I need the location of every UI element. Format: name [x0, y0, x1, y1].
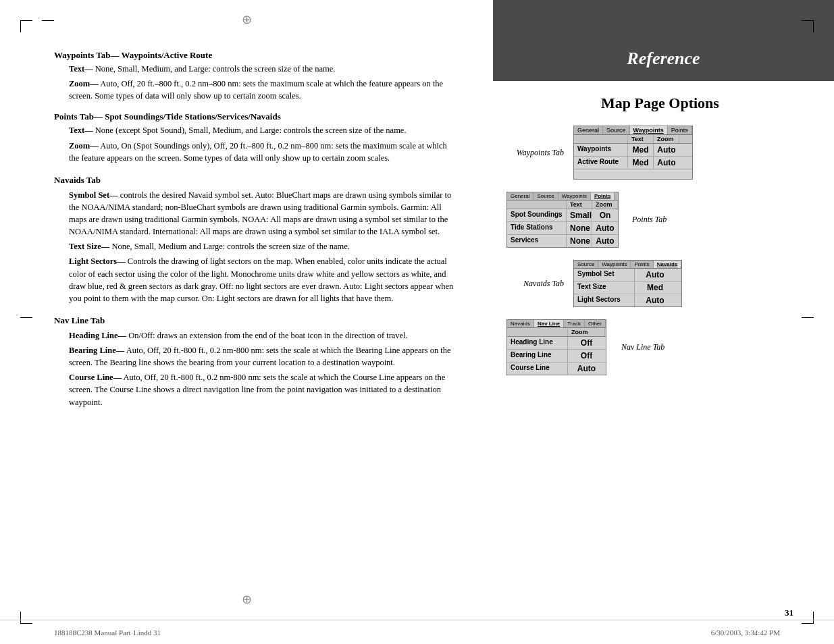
- tab-general2: General: [507, 192, 533, 200]
- register-mark-bottom: ⊕: [242, 592, 252, 607]
- tab-waypoints2: Waypoints: [558, 192, 591, 200]
- points-tab-screenshot: General Source Waypoints Points Text Zoo…: [506, 192, 619, 248]
- points-zoom-item: Zoom— Auto, On (Spot Soundings only), Of…: [54, 140, 459, 164]
- map-page-options-title: Map Page Options: [506, 95, 814, 112]
- waypoints-tab-screenshot-block: Waypoints Tab General Source Waypoints P…: [506, 126, 814, 180]
- navaids-tab-screenshot-block: Navaids Tab Source Waypoints Points Nava…: [506, 260, 814, 307]
- col-text: Text: [628, 135, 654, 143]
- reference-header: Reference: [493, 0, 834, 81]
- wpt-name-waypoints: Waypoints: [574, 144, 628, 156]
- waypoints-tab-tabs: General Source Waypoints Points: [574, 126, 692, 135]
- nav-row-symbolset: Symbol Set Auto: [574, 269, 681, 281]
- navaids-tab-section: Navaids Tab Symbol Set— controls the des…: [54, 175, 459, 304]
- navaids-textsize-item: Text Size— None, Small, Medium and Large…: [54, 240, 459, 252]
- wpt-zoom-waypoints: Auto: [654, 144, 679, 156]
- right-column: Reference Map Page Options Waypoints Tab…: [493, 0, 834, 644]
- waypoints-text-item: Text— None, Small, Medium, and Large: co…: [54, 63, 459, 75]
- nl-row-bearing: Bearing Line Off: [507, 350, 606, 363]
- tab-waypoints3: Waypoints: [598, 261, 631, 268]
- wpt-empty-cell: [574, 169, 679, 179]
- nav-name-textsize: Text Size: [574, 281, 635, 294]
- pts-name-services: Services: [507, 235, 567, 247]
- nl-name-course: Course Line: [507, 363, 568, 375]
- navaids-tab-label: Navaids Tab: [506, 279, 564, 289]
- pts-zoom-spot: On: [592, 209, 618, 221]
- nl-row-heading: Heading Line Off: [507, 337, 606, 350]
- tab-waypoints: Waypoints: [630, 126, 668, 134]
- nav-name-symbolset: Symbol Set: [574, 269, 635, 281]
- nl-name-bearing: Bearing Line: [507, 350, 568, 362]
- pts-text-spot: Small: [567, 209, 592, 221]
- pts-text-tide: None: [567, 222, 592, 234]
- pts-name-spot: Spot Soundings: [507, 209, 567, 221]
- tab-track: Track: [564, 320, 585, 327]
- page-number: 31: [785, 608, 793, 618]
- register-mark-top: ⊕: [242, 12, 252, 27]
- waypoints-zoom-item: Zoom— Auto, Off, 20 ft.–800 ft., 0.2 nm–…: [54, 78, 459, 102]
- nav-course-line-item: Course Line— Auto, Off, 20 ft.-800 ft., …: [54, 371, 459, 408]
- tab-source3: Source: [574, 261, 598, 268]
- nav-line-tab-tabs: Navaids Nav Line Track Other: [507, 320, 606, 328]
- tab-source: Source: [603, 126, 630, 134]
- right-content: Map Page Options Waypoints Tab General S…: [493, 81, 834, 401]
- tab-source2: Source: [533, 192, 558, 200]
- waypoints-tab-label: Waypoints Tab: [506, 148, 564, 158]
- nl-value-course: Auto: [568, 363, 605, 375]
- nl-name-heading: Heading Line: [507, 337, 568, 349]
- pts-zoom-services: Auto: [592, 235, 618, 247]
- points-tab-section: Points Tab— Spot Soundings/Tide Stations…: [54, 111, 459, 163]
- pts-row-services: Services None Auto: [507, 235, 618, 247]
- pts-row-tide: Tide Stations None Auto: [507, 222, 618, 235]
- wpt-empty-row: [574, 169, 692, 179]
- points-tab-heading: Points Tab— Spot Soundings/Tide Stations…: [54, 111, 459, 122]
- pts-name-tide: Tide Stations: [507, 222, 567, 234]
- waypoints-tab-screenshot: General Source Waypoints Points Text Zoo…: [573, 126, 693, 180]
- points-tab-screenshot-block: General Source Waypoints Points Text Zoo…: [506, 192, 814, 248]
- nl-col-zoom: Zoom: [568, 328, 605, 336]
- navaids-tab-tabs: Source Waypoints Points Navaids: [574, 261, 681, 269]
- bottom-right-text: 6/30/2003, 3:34:42 PM: [711, 628, 780, 637]
- nav-value-textsize: Med: [635, 281, 675, 294]
- navaids-lightsectors-item: Light Sectors— Controls the drawing of l…: [54, 255, 459, 304]
- navaids-tab-heading: Navaids Tab: [54, 175, 459, 186]
- col-zoom: Zoom: [654, 135, 679, 143]
- wpt-zoom-activeroute: Auto: [654, 157, 679, 169]
- nav-value-symbolset: Auto: [635, 269, 675, 281]
- left-column: ⊕ Waypoints Tab— Waypoints/Active Route …: [0, 0, 493, 644]
- pts-text-services: None: [567, 235, 592, 247]
- nl-col-name: [507, 328, 568, 336]
- wpt-row-activeroute: Active Route Med Auto: [574, 157, 692, 169]
- points-tab-label: Points Tab: [632, 215, 689, 225]
- nav-row-lightsectors: Light Sectors Auto: [574, 294, 681, 306]
- nl-value-bearing: Off: [568, 350, 605, 362]
- bottom-bar: 188188C238 Manual Part 1.indd 31 6/30/20…: [0, 620, 834, 644]
- bottom-left-text: 188188C238 Manual Part 1.indd 31: [54, 628, 161, 637]
- nav-line-tab-screenshot: Navaids Nav Line Track Other Zoom Headin…: [506, 319, 606, 375]
- nav-heading-line-item: Heading Line— On/Off: draws an extension…: [54, 329, 459, 342]
- nl-value-heading: Off: [568, 337, 605, 349]
- navaids-tab-screenshot: Source Waypoints Points Navaids Symbol S…: [573, 260, 682, 307]
- page: ⊕ Waypoints Tab— Waypoints/Active Route …: [0, 0, 834, 644]
- wpt-text-waypoints: Med: [628, 144, 654, 156]
- points-text-item: Text— None (except Spot Sound), Small, M…: [54, 124, 459, 136]
- wpt-text-activeroute: Med: [628, 157, 654, 169]
- nav-line-tab-screenshot-block: Navaids Nav Line Track Other Zoom Headin…: [506, 319, 814, 375]
- waypoints-tab-heading: Waypoints Tab— Waypoints/Active Route: [54, 50, 459, 61]
- tab-navline: Nav Line: [534, 320, 564, 327]
- tab-other: Other: [585, 320, 606, 327]
- nl-row-course: Course Line Auto: [507, 363, 606, 375]
- pts-col-zoom: Zoom: [592, 200, 618, 209]
- pts-zoom-tide: Auto: [592, 222, 618, 234]
- points-col-headers: Text Zoom: [507, 200, 618, 209]
- pts-col-name: [507, 200, 567, 209]
- tab-points2: Points: [591, 192, 615, 200]
- nav-line-tab-heading: Nav Line Tab: [54, 315, 459, 326]
- navaids-symbolset-item: Symbol Set— controls the desired Navaid …: [54, 189, 459, 238]
- wpt-row-waypoints: Waypoints Med Auto: [574, 144, 692, 157]
- pts-col-text: Text: [567, 200, 592, 209]
- nav-line-tab-section: Nav Line Tab Heading Line— On/Off: draws…: [54, 315, 459, 408]
- pts-row-spotsondings: Spot Soundings Small On: [507, 209, 618, 222]
- waypoints-tab-section: Waypoints Tab— Waypoints/Active Route Te…: [54, 50, 459, 102]
- nav-value-lightsectors: Auto: [635, 294, 675, 306]
- nav-row-textsize: Text Size Med: [574, 281, 681, 294]
